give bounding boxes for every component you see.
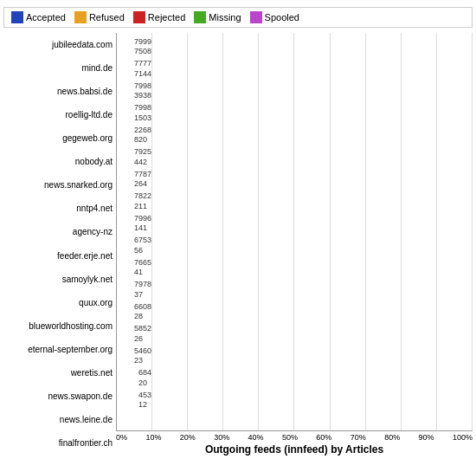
bar-row: 546023 — [117, 342, 473, 365]
x-axis-title: Outgoing feeds (innfeed) by Articles — [116, 442, 473, 456]
legend-swatch — [194, 11, 206, 23]
legend-label: Accepted — [26, 12, 66, 23]
y-axis-label: weretis.net — [3, 369, 113, 378]
bar-row: 77777144 — [117, 55, 473, 78]
bar-row: 7996141 — [117, 210, 473, 232]
bar-row: 660828 — [117, 298, 473, 320]
y-axis-label: feeder.erje.net — [3, 252, 113, 261]
legend-swatch — [11, 11, 23, 23]
chart-area: jubileedata.commind.denews.babsi.deroell… — [3, 33, 473, 456]
bar-value-label: 79981503 — [134, 103, 151, 123]
bar-value-label: 7787264 — [134, 170, 151, 190]
legend-item: Refused — [74, 11, 125, 23]
bar-value-label: 546023 — [134, 346, 151, 366]
legend-label: Missing — [209, 12, 241, 23]
legend: AcceptedRefusedRejectedMissingSpooled — [3, 7, 473, 28]
legend-swatch — [74, 11, 87, 23]
y-axis-label: news.snarked.org — [3, 181, 113, 190]
y-axis-label: quux.org — [3, 299, 113, 307]
bar-row: 79983938 — [117, 77, 473, 100]
bars-and-x: 7999750877777144799839387998150322688207… — [116, 33, 473, 456]
legend-label: Rejected — [148, 12, 185, 23]
y-axis-label: eternal-september.org — [3, 346, 113, 354]
chart-container: AcceptedRefusedRejectedMissingSpooled ju… — [0, 0, 476, 459]
bar-row: 7787264 — [117, 165, 473, 188]
y-axis-label: news.leine.de — [3, 416, 113, 424]
x-axis-tick: 70% — [351, 433, 366, 442]
bar-row: 766541 — [117, 254, 473, 276]
x-axis-tick: 0% — [116, 433, 127, 442]
y-axis-label: blueworldhosting.com — [3, 322, 113, 331]
bar-value-label: 7925442 — [134, 147, 151, 167]
y-axis: jubileedata.commind.denews.babsi.deroell… — [3, 33, 116, 456]
bar-rows: 7999750877777144799839387998150322688207… — [117, 33, 473, 430]
bar-value-label: 660828 — [134, 302, 151, 322]
x-axis-tick: 100% — [453, 433, 473, 442]
bar-row: 45312 — [117, 386, 473, 409]
bar-value-label: 675356 — [134, 236, 151, 255]
bars-area: 7999750877777144799839387998150322688207… — [116, 33, 473, 431]
bar-value-label: 77777144 — [134, 59, 151, 79]
bar-value-label: 79997508 — [134, 37, 151, 57]
bar-value-label: 585226 — [134, 324, 151, 344]
bar-row: 7822211 — [117, 188, 473, 210]
legend-label: Refused — [89, 12, 125, 23]
legend-label: Spooled — [265, 12, 299, 23]
x-axis-tick: 50% — [282, 433, 298, 442]
bar-row: 7925442 — [117, 144, 473, 166]
legend-item: Missing — [194, 11, 241, 23]
y-axis-label: finalfrontier.ch — [3, 439, 113, 448]
legend-item: Accepted — [11, 11, 66, 23]
bar-value-label: 7822211 — [134, 191, 151, 211]
bar-value-label: 45312 — [138, 391, 151, 411]
legend-item: Rejected — [133, 11, 185, 23]
bar-value-label: 7996141 — [134, 214, 151, 234]
bar-value-label: 2268820 — [134, 126, 151, 145]
bar-row: 79997508 — [117, 33, 473, 55]
bar-row — [117, 409, 473, 431]
x-axis: 0%10%20%30%40%50%60%70%80%90%100% — [116, 431, 473, 442]
x-axis-tick: 10% — [145, 433, 161, 442]
bar-row: 675356 — [117, 232, 473, 255]
y-axis-label: gegeweb.org — [3, 134, 113, 143]
y-axis-label: roellig-ltd.de — [3, 111, 113, 120]
legend-swatch — [250, 11, 262, 23]
x-axis-tick: 30% — [214, 433, 229, 442]
legend-item: Spooled — [250, 11, 299, 23]
bar-value-label: 797837 — [134, 280, 151, 300]
y-axis-label: jubileedata.com — [3, 41, 113, 49]
bar-row: 797837 — [117, 276, 473, 299]
y-axis-label: nobody.at — [3, 158, 113, 166]
bar-value-label: 68420 — [138, 368, 151, 388]
y-axis-label: news.babsi.de — [3, 87, 113, 96]
x-axis-tick: 90% — [419, 433, 434, 442]
y-axis-label: agency-nz — [3, 228, 113, 236]
y-axis-label: mind.de — [3, 64, 113, 73]
bar-row: 585226 — [117, 320, 473, 343]
x-axis-tick: 20% — [180, 433, 196, 442]
legend-swatch — [133, 11, 145, 23]
y-axis-label: news.swapon.de — [3, 392, 113, 401]
y-axis-label: nntp4.net — [3, 204, 113, 213]
bar-row: 2268820 — [117, 121, 473, 144]
x-axis-tick: 60% — [316, 433, 331, 442]
bar-value-label: 79983938 — [134, 81, 151, 101]
bar-row: 68420 — [117, 365, 473, 387]
bar-row: 79981503 — [117, 100, 473, 122]
bar-value-label: 766541 — [134, 258, 151, 278]
x-axis-tick: 40% — [248, 433, 264, 442]
x-axis-tick: 80% — [384, 433, 400, 442]
y-axis-label: samoylyk.net — [3, 275, 113, 284]
